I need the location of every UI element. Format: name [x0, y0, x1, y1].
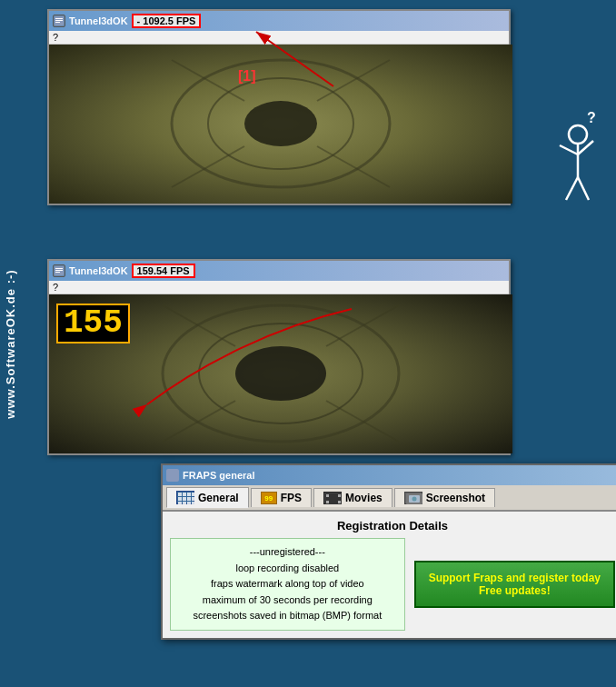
arrow-1-svg [165, 23, 365, 91]
fraps-tab-bar: General 99 FPS Movies Screenshot [163, 485, 616, 512]
svg-rect-24 [55, 272, 60, 273]
top-app-icon [53, 15, 65, 27]
main-content: Tunnel3dOK - 1092.5 FPS ? [20, 0, 616, 687]
svg-rect-41 [192, 497, 194, 501]
reg-line-1: ---unregistered--- [180, 544, 395, 561]
svg-rect-38 [178, 497, 182, 501]
general-tab-label: General [198, 492, 239, 504]
side-label: www.SoftwareOK.de :-) [0, 0, 20, 687]
svg-point-7 [244, 101, 317, 146]
svg-rect-43 [183, 502, 186, 504]
arrow-2-svg [93, 291, 374, 418]
svg-rect-40 [187, 497, 191, 501]
top-menu-item[interactable]: ? [53, 32, 58, 43]
screenshot-tab-icon [404, 492, 422, 504]
reg-details-content: ---unregistered--- loop recording disabl… [170, 538, 615, 631]
svg-rect-35 [183, 493, 186, 496]
register-button[interactable]: Support Fraps and register today Free up… [414, 561, 615, 608]
tab-general[interactable]: General [166, 487, 249, 508]
reg-line-5: screenshots saved in bitmap (BMP) format [180, 608, 395, 624]
bottom-app-icon [53, 264, 65, 277]
movies-tab-label: Movies [345, 492, 383, 504]
svg-rect-42 [178, 502, 182, 504]
register-button-line2: Free updates! [429, 584, 601, 597]
svg-rect-1 [55, 18, 63, 19]
svg-rect-2 [55, 20, 63, 21]
svg-text:?: ? [587, 110, 596, 125]
svg-line-20 [578, 177, 589, 200]
fps-tab-icon: 99 [261, 492, 277, 504]
svg-rect-44 [187, 502, 191, 504]
svg-line-19 [566, 177, 578, 200]
svg-rect-23 [55, 270, 63, 271]
bottom-titlebar: Tunnel3dOK 159.54 FPS [49, 261, 509, 281]
bottom-fps-display: 159.54 FPS [132, 264, 195, 278]
svg-point-15 [569, 125, 587, 144]
stick-figure: ? [552, 109, 607, 218]
svg-rect-3 [55, 22, 60, 23]
svg-line-13 [256, 32, 333, 86]
svg-rect-22 [55, 268, 63, 269]
svg-rect-48 [338, 494, 341, 497]
fraps-body: Registration Details ---unregistered--- … [163, 512, 616, 638]
svg-point-53 [412, 497, 416, 502]
reg-text-box: ---unregistered--- loop recording disabl… [170, 538, 405, 631]
bottom-menu-item[interactable]: ? [53, 282, 58, 293]
side-label-text: www.SoftwareOK.de :-) [4, 269, 17, 418]
reg-line-3: fraps watermark along top of video [180, 576, 395, 592]
bottom-window-title: Tunnel3dOK [69, 265, 128, 276]
svg-rect-34 [178, 493, 182, 496]
general-tab-icon [176, 491, 194, 504]
tab-screenshot[interactable]: Screenshot [394, 488, 495, 507]
tab-fps[interactable]: 99 FPS [251, 488, 312, 507]
reg-details-title: Registration Details [170, 519, 615, 533]
svg-line-17 [560, 145, 578, 154]
fps-tab-label: FPS [281, 492, 302, 504]
fraps-window: FRAPS general General 99 FPS Movies [161, 463, 616, 640]
svg-rect-37 [192, 493, 194, 496]
movies-tab-icon [323, 492, 342, 504]
fraps-window-title: FRAPS general [183, 470, 254, 481]
reg-line-2: loop recording disabled [180, 561, 395, 577]
svg-rect-50 [338, 501, 341, 503]
register-button-line1: Support Fraps and register today [429, 572, 601, 584]
svg-rect-39 [183, 497, 186, 501]
screenshot-tab-label: Screenshot [426, 492, 485, 504]
svg-rect-45 [192, 502, 194, 504]
reg-line-4: maximum of 30 seconds per recording [180, 592, 395, 609]
svg-rect-49 [326, 501, 329, 503]
svg-rect-36 [187, 493, 191, 496]
svg-rect-47 [326, 494, 329, 497]
fraps-app-icon [166, 469, 179, 482]
tab-movies[interactable]: Movies [313, 488, 392, 507]
top-window-title: Tunnel3dOK [69, 15, 128, 26]
fraps-titlebar: FRAPS general [163, 465, 616, 485]
